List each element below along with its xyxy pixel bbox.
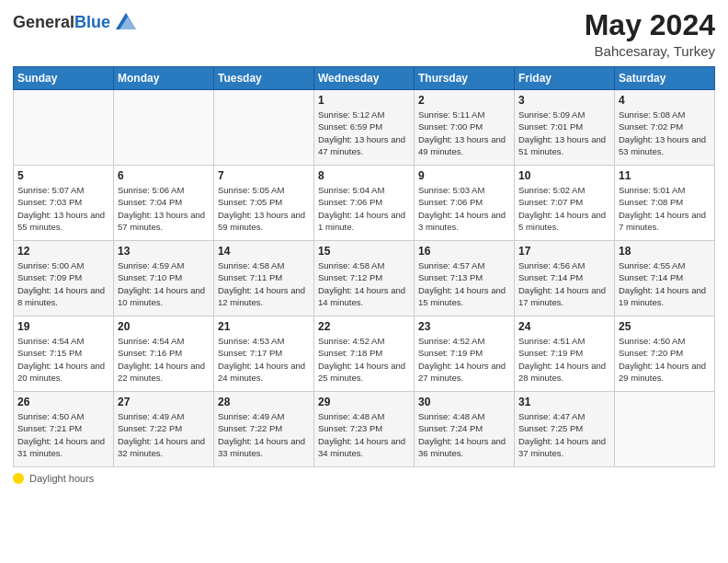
day-info: Sunrise: 5:09 AMSunset: 7:01 PMDaylight:… [518,109,610,157]
day-info: Sunrise: 5:04 AMSunset: 7:06 PMDaylight:… [318,184,410,233]
day-number: 16 [418,245,510,258]
calendar-cell: 22Sunrise: 4:52 AMSunset: 7:18 PMDayligh… [314,316,415,392]
day-info: Sunrise: 4:55 AMSunset: 7:14 PMDaylight:… [619,259,711,308]
calendar-week-row: 1Sunrise: 5:12 AMSunset: 6:59 PMDaylight… [14,90,715,166]
day-info: Sunrise: 4:49 AMSunset: 7:22 PMDaylight:… [218,410,310,459]
day-info: Sunrise: 5:03 AMSunset: 7:06 PMDaylight:… [418,184,510,233]
calendar-cell: 30Sunrise: 4:48 AMSunset: 7:24 PMDayligh… [415,392,515,467]
day-number: 3 [518,94,610,107]
day-info: Sunrise: 4:59 AMSunset: 7:10 PMDaylight:… [118,259,210,308]
day-info: Sunrise: 5:06 AMSunset: 7:04 PMDaylight:… [118,184,210,233]
day-info: Sunrise: 4:54 AMSunset: 7:15 PMDaylight:… [17,335,109,384]
day-number: 26 [17,396,109,408]
day-info: Sunrise: 4:52 AMSunset: 7:19 PMDaylight:… [418,335,510,384]
calendar-day-header: Thursday [415,67,515,90]
calendar-cell: 28Sunrise: 4:49 AMSunset: 7:22 PMDayligh… [214,392,314,467]
calendar-body: 1Sunrise: 5:12 AMSunset: 6:59 PMDaylight… [14,90,715,467]
day-number: 30 [418,396,510,408]
calendar-cell [114,90,214,166]
day-number: 22 [318,320,410,333]
month-year: May 2024 [585,9,715,41]
day-info: Sunrise: 5:12 AMSunset: 6:59 PMDaylight:… [318,109,410,157]
day-number: 5 [17,169,109,182]
day-info: Sunrise: 4:48 AMSunset: 7:24 PMDaylight:… [418,410,510,459]
day-info: Sunrise: 5:05 AMSunset: 7:05 PMDaylight:… [218,184,310,233]
day-info: Sunrise: 5:08 AMSunset: 7:02 PMDaylight:… [619,109,711,157]
calendar: SundayMondayTuesdayWednesdayThursdayFrid… [13,66,715,467]
day-number: 11 [619,169,711,182]
calendar-cell: 20Sunrise: 4:54 AMSunset: 7:16 PMDayligh… [114,316,214,392]
day-number: 15 [318,245,410,258]
calendar-cell: 29Sunrise: 4:48 AMSunset: 7:23 PMDayligh… [314,392,415,467]
day-number: 10 [518,169,610,182]
logo-text: GeneralBlue [13,13,136,35]
calendar-cell: 27Sunrise: 4:49 AMSunset: 7:22 PMDayligh… [114,392,214,467]
calendar-week-row: 5Sunrise: 5:07 AMSunset: 7:03 PMDaylight… [14,166,715,241]
calendar-cell: 1Sunrise: 5:12 AMSunset: 6:59 PMDaylight… [314,90,415,166]
day-info: Sunrise: 4:50 AMSunset: 7:20 PMDaylight:… [619,335,711,384]
logo-general: General [13,13,74,31]
day-info: Sunrise: 4:58 AMSunset: 7:11 PMDaylight:… [218,259,310,308]
daylight-label: Daylight hours [29,473,94,484]
calendar-cell: 23Sunrise: 4:52 AMSunset: 7:19 PMDayligh… [415,316,515,392]
calendar-cell [14,90,114,166]
calendar-cell: 11Sunrise: 5:01 AMSunset: 7:08 PMDayligh… [615,166,715,241]
calendar-day-header: Wednesday [314,67,415,90]
day-info: Sunrise: 5:11 AMSunset: 7:00 PMDaylight:… [418,109,510,157]
calendar-cell: 14Sunrise: 4:58 AMSunset: 7:11 PMDayligh… [214,241,314,316]
calendar-cell: 6Sunrise: 5:06 AMSunset: 7:04 PMDaylight… [114,166,214,241]
calendar-cell: 31Sunrise: 4:47 AMSunset: 7:25 PMDayligh… [515,392,615,467]
day-number: 14 [218,245,310,258]
day-info: Sunrise: 4:58 AMSunset: 7:12 PMDaylight:… [318,259,410,308]
calendar-cell: 16Sunrise: 4:57 AMSunset: 7:13 PMDayligh… [415,241,515,316]
day-number: 21 [218,320,310,333]
location: Bahcesaray, Turkey [585,43,715,59]
calendar-cell: 26Sunrise: 4:50 AMSunset: 7:21 PMDayligh… [14,392,114,467]
calendar-cell [214,90,314,166]
title-block: May 2024 Bahcesaray, Turkey [585,9,715,59]
day-number: 17 [518,245,610,258]
day-info: Sunrise: 4:52 AMSunset: 7:18 PMDaylight:… [318,335,410,384]
calendar-cell: 4Sunrise: 5:08 AMSunset: 7:02 PMDaylight… [615,90,715,166]
day-number: 25 [619,320,711,333]
day-info: Sunrise: 4:47 AMSunset: 7:25 PMDaylight:… [518,410,610,459]
day-number: 27 [118,396,210,408]
calendar-cell [615,392,715,467]
calendar-cell: 21Sunrise: 4:53 AMSunset: 7:17 PMDayligh… [214,316,314,392]
calendar-cell: 3Sunrise: 5:09 AMSunset: 7:01 PMDaylight… [515,90,615,166]
calendar-cell: 19Sunrise: 4:54 AMSunset: 7:15 PMDayligh… [14,316,114,392]
day-number: 19 [17,320,109,333]
calendar-week-row: 26Sunrise: 4:50 AMSunset: 7:21 PMDayligh… [14,392,715,467]
day-info: Sunrise: 4:54 AMSunset: 7:16 PMDaylight:… [118,335,210,384]
day-number: 20 [118,320,210,333]
day-number: 4 [619,94,711,107]
day-info: Sunrise: 4:57 AMSunset: 7:13 PMDaylight:… [418,259,510,308]
day-info: Sunrise: 4:51 AMSunset: 7:19 PMDaylight:… [518,335,610,384]
day-number: 12 [17,245,109,258]
day-number: 28 [218,396,310,408]
footer: Daylight hours [13,473,715,484]
day-number: 1 [318,94,410,107]
calendar-week-row: 19Sunrise: 4:54 AMSunset: 7:15 PMDayligh… [14,316,715,392]
day-number: 7 [218,169,310,182]
calendar-cell: 25Sunrise: 4:50 AMSunset: 7:20 PMDayligh… [615,316,715,392]
day-number: 31 [518,396,610,408]
calendar-header: SundayMondayTuesdayWednesdayThursdayFrid… [14,67,715,90]
day-number: 2 [418,94,510,107]
day-info: Sunrise: 4:50 AMSunset: 7:21 PMDaylight:… [17,410,109,459]
calendar-cell: 10Sunrise: 5:02 AMSunset: 7:07 PMDayligh… [515,166,615,241]
day-info: Sunrise: 4:48 AMSunset: 7:23 PMDaylight:… [318,410,410,459]
calendar-cell: 9Sunrise: 5:03 AMSunset: 7:06 PMDaylight… [415,166,515,241]
header: GeneralBlue May 2024 Bahcesaray, Turkey [13,9,715,59]
calendar-cell: 24Sunrise: 4:51 AMSunset: 7:19 PMDayligh… [515,316,615,392]
day-number: 6 [118,169,210,182]
calendar-day-header: Monday [114,67,214,90]
calendar-day-header: Sunday [14,67,114,90]
calendar-cell: 17Sunrise: 4:56 AMSunset: 7:14 PMDayligh… [515,241,615,316]
day-info: Sunrise: 5:07 AMSunset: 7:03 PMDaylight:… [17,184,109,233]
calendar-cell: 15Sunrise: 4:58 AMSunset: 7:12 PMDayligh… [314,241,415,316]
day-info: Sunrise: 4:53 AMSunset: 7:17 PMDaylight:… [218,335,310,384]
logo-blue: Blue [74,13,110,31]
day-number: 24 [518,320,610,333]
day-number: 9 [418,169,510,182]
